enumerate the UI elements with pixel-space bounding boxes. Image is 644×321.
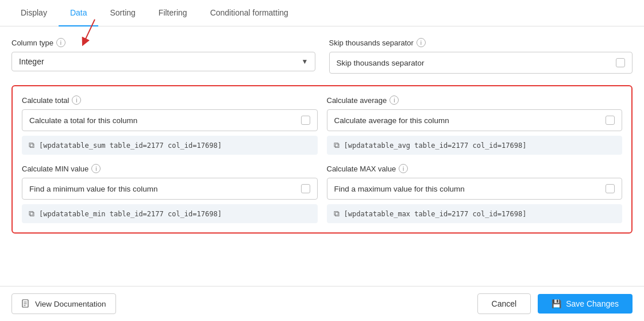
footer: View Documentation Cancel 💾 Save Changes: [0, 286, 644, 321]
copy-min-icon[interactable]: ⧉: [29, 209, 34, 219]
skip-thousands-label: Skip thousands separator i: [329, 38, 633, 47]
tab-sorting[interactable]: Sorting: [98, 0, 146, 26]
skip-thousands-info-icon[interactable]: i: [417, 38, 426, 47]
copy-total-icon[interactable]: ⧉: [29, 140, 34, 150]
doc-icon: [21, 299, 30, 308]
calculate-min-shortcode: ⧉ [wpdatatable_min table_id=2177 col_id=…: [22, 204, 318, 223]
copy-average-icon[interactable]: ⧉: [334, 140, 340, 150]
calculate-average-info-icon[interactable]: i: [390, 95, 399, 105]
calculate-max-label: Calculate MAX value i: [327, 164, 623, 173]
save-icon: 💾: [552, 299, 561, 308]
column-type-info-icon[interactable]: i: [56, 38, 65, 47]
calculations-grid: Calculate total i Calculate a total for …: [22, 95, 622, 223]
calculate-max-checkbox-label: Find a maximum value for this column: [334, 185, 465, 193]
calculate-min-info-icon[interactable]: i: [91, 164, 101, 173]
doc-button-label: View Documentation: [35, 300, 106, 308]
calculations-section: Calculate total i Calculate a total for …: [11, 85, 633, 234]
calculate-min-label: Calculate MIN value i: [22, 164, 318, 173]
calculate-total-info-icon[interactable]: i: [72, 95, 81, 105]
calculate-max-block: Calculate MAX value i Find a maximum val…: [327, 164, 623, 223]
column-type-select[interactable]: Integer String Float Date DateTime Email…: [11, 52, 315, 71]
save-button-label: Save Changes: [566, 299, 619, 308]
save-button[interactable]: 💾 Save Changes: [538, 294, 633, 314]
calculate-total-checkbox-row: Calculate a total for this column: [22, 109, 318, 131]
column-type-select-wrapper: Integer String Float Date DateTime Email…: [11, 52, 315, 71]
skip-thousands-group: Skip thousands separator i Skip thousand…: [329, 38, 633, 74]
calculate-total-checkbox[interactable]: [301, 116, 310, 125]
tab-filtering[interactable]: Filtering: [147, 0, 199, 26]
skip-thousands-checkbox-row: Skip thousands separator: [329, 52, 633, 74]
tab-display[interactable]: Display: [9, 0, 59, 26]
skip-thousands-checkbox[interactable]: [616, 58, 625, 67]
tab-data[interactable]: Data: [59, 0, 99, 26]
calculate-max-checkbox[interactable]: [606, 184, 615, 193]
footer-right: Cancel 💾 Save Changes: [477, 293, 633, 314]
calculate-max-checkbox-row: Find a maximum value for this column: [327, 178, 623, 200]
tab-conditional[interactable]: Conditional formatting: [199, 0, 300, 26]
calculate-average-checkbox-row: Calculate average for this column: [327, 109, 623, 131]
calculate-average-block: Calculate average i Calculate average fo…: [327, 95, 623, 155]
calculate-total-block: Calculate total i Calculate a total for …: [22, 95, 318, 155]
calculate-min-checkbox-row: Find a minimum value for this column: [22, 178, 318, 200]
calculate-average-shortcode: ⧉ [wpdatatable_avg table_id=2177 col_id=…: [327, 136, 623, 155]
calculate-total-checkbox-label: Calculate a total for this column: [29, 116, 137, 125]
column-type-label: Column type i: [11, 38, 315, 47]
calculate-total-shortcode: ⧉ [wpdatatable_sum table_id=2177 col_id=…: [22, 136, 318, 155]
skip-thousands-checkbox-label: Skip thousands separator: [337, 59, 425, 67]
main-content: Column type i Integer String Float Date …: [0, 26, 644, 286]
column-type-group: Column type i Integer String Float Date …: [11, 38, 315, 74]
copy-max-icon[interactable]: ⧉: [334, 209, 340, 219]
calculate-average-checkbox[interactable]: [606, 116, 615, 125]
footer-left: View Documentation: [11, 293, 116, 314]
tab-bar: Display Data Sorting Filtering Condition…: [0, 0, 644, 26]
cancel-button[interactable]: Cancel: [477, 293, 531, 314]
view-documentation-button[interactable]: View Documentation: [11, 293, 116, 314]
calculate-max-info-icon[interactable]: i: [399, 164, 408, 173]
calculate-min-checkbox-label: Find a minimum value for this column: [29, 185, 158, 193]
top-fields-row: Column type i Integer String Float Date …: [11, 38, 633, 74]
calculate-max-shortcode: ⧉ [wpdatatable_max table_id=2177 col_id=…: [327, 204, 623, 223]
calculate-min-block: Calculate MIN value i Find a minimum val…: [22, 164, 318, 223]
calculate-total-label: Calculate total i: [22, 95, 318, 105]
calculate-min-checkbox[interactable]: [301, 184, 310, 193]
calculate-average-checkbox-label: Calculate average for this column: [334, 116, 449, 125]
calculate-average-label: Calculate average i: [327, 95, 623, 105]
